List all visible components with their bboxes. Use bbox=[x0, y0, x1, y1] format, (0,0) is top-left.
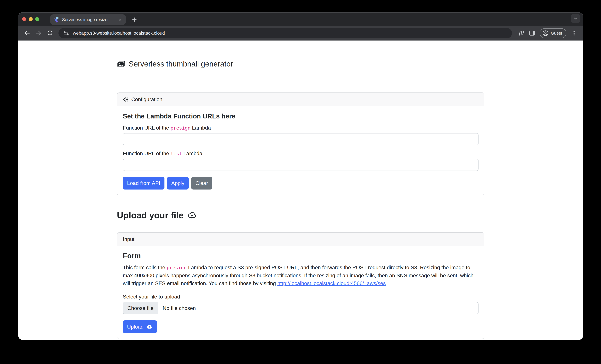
clear-button[interactable]: Clear bbox=[191, 177, 212, 190]
site-settings-icon bbox=[63, 30, 69, 36]
presign-url-label: Function URL of the presign Lambda bbox=[123, 125, 479, 131]
list-label-pre: Function URL of the bbox=[123, 151, 170, 156]
close-window-button[interactable] bbox=[22, 17, 26, 21]
apply-button[interactable]: Apply bbox=[167, 177, 189, 190]
form-heading: Form bbox=[123, 252, 479, 260]
input-card-body: Form This form calls the presign Lambda … bbox=[117, 246, 484, 339]
url-text[interactable]: webapp.s3-website.localhost.localstack.c… bbox=[73, 30, 165, 36]
list-url-input[interactable] bbox=[123, 159, 479, 171]
divider bbox=[117, 226, 484, 226]
guest-profile-button[interactable]: Guest bbox=[540, 28, 566, 38]
tab-title: Serverless image resizer bbox=[62, 17, 117, 22]
cloud-upload-icon bbox=[187, 211, 197, 220]
ses-link[interactable]: http://localhost.localstack.cloud:4566/_… bbox=[277, 280, 386, 286]
back-button[interactable] bbox=[22, 29, 32, 38]
presign-label-pre: Function URL of the bbox=[123, 125, 170, 131]
input-card-header: Input bbox=[117, 233, 484, 246]
description-presign-code: presign bbox=[167, 265, 187, 270]
choose-file-button[interactable]: Choose file bbox=[123, 303, 158, 314]
upload-button[interactable]: Upload bbox=[123, 320, 157, 333]
gear-icon bbox=[123, 97, 129, 102]
upload-heading-text: Upload your file bbox=[117, 210, 184, 220]
input-header-label: Input bbox=[123, 236, 134, 242]
configuration-header-label: Configuration bbox=[131, 96, 162, 102]
file-input[interactable]: Choose file No file chosen bbox=[123, 302, 479, 314]
minimize-window-button[interactable] bbox=[29, 17, 33, 21]
upload-section-heading: Upload your file bbox=[117, 210, 484, 220]
configuration-card-body: Set the Lambda Function URLs here Functi… bbox=[117, 106, 484, 195]
presign-url-input[interactable] bbox=[123, 133, 479, 145]
forward-button[interactable] bbox=[34, 29, 43, 38]
guest-label: Guest bbox=[551, 31, 562, 36]
tab-strip: Serverless image resizer bbox=[18, 12, 583, 26]
reload-icon bbox=[47, 30, 53, 37]
page-title-text: Serverless thumbnail generator bbox=[129, 60, 233, 68]
list-url-label: Function URL of the list Lambda bbox=[123, 151, 479, 157]
images-icon bbox=[117, 60, 125, 68]
tab-serverless-image-resizer[interactable]: Serverless image resizer bbox=[50, 14, 126, 25]
form-description: This form calls the presign Lambda to re… bbox=[123, 263, 479, 287]
configuration-card-header: Configuration bbox=[117, 93, 484, 106]
load-from-api-button[interactable]: Load from API bbox=[123, 177, 164, 190]
tab-search-chevron-button[interactable] bbox=[571, 14, 580, 23]
tab-close-icon[interactable] bbox=[117, 17, 123, 22]
presign-code: presign bbox=[170, 125, 190, 131]
browser-menu-button[interactable] bbox=[569, 29, 579, 38]
upload-button-label: Upload bbox=[127, 324, 144, 330]
cloud-upload-fill-icon bbox=[146, 323, 153, 330]
address-bar[interactable]: webapp.s3-website.localhost.localstack.c… bbox=[59, 28, 512, 38]
file-upload-label: Select your file to upload bbox=[123, 294, 479, 300]
three-dot-menu-icon bbox=[571, 30, 577, 36]
list-label-post: Lambda bbox=[182, 151, 202, 156]
config-heading: Set the Lambda Function URLs here bbox=[123, 112, 479, 120]
new-tab-button[interactable] bbox=[130, 16, 139, 24]
browser-window: Serverless image resizer bbox=[18, 12, 583, 340]
back-arrow-icon bbox=[23, 30, 31, 37]
tab-favicon-icon bbox=[53, 16, 60, 23]
configuration-card: Configuration Set the Lambda Function UR… bbox=[117, 92, 484, 195]
person-circle-icon bbox=[542, 30, 549, 37]
page-title: Serverless thumbnail generator bbox=[117, 60, 484, 68]
divider bbox=[117, 74, 484, 74]
side-panel-icon[interactable] bbox=[527, 29, 537, 38]
input-card: Input Form This form calls the presign L… bbox=[117, 232, 484, 339]
forward-arrow-icon bbox=[35, 30, 42, 37]
presign-label-post: Lambda bbox=[190, 125, 211, 131]
traffic-lights bbox=[22, 17, 39, 21]
reload-button[interactable] bbox=[45, 29, 55, 38]
config-buttons-row: Load from API Apply Clear bbox=[123, 177, 479, 190]
browser-toolbar: webapp.s3-website.localhost.localstack.c… bbox=[18, 26, 583, 40]
web-page: Serverless thumbnail generator Configura… bbox=[18, 40, 583, 340]
file-chosen-status: No file chosen bbox=[158, 303, 200, 314]
zoom-window-button[interactable] bbox=[35, 17, 39, 21]
list-code: list bbox=[170, 151, 182, 156]
chevron-down-icon bbox=[573, 16, 578, 21]
description-part1: This form calls the bbox=[123, 264, 167, 270]
toolbar-right: Guest bbox=[517, 28, 579, 38]
battery-saver-leaf-icon[interactable] bbox=[517, 29, 526, 38]
